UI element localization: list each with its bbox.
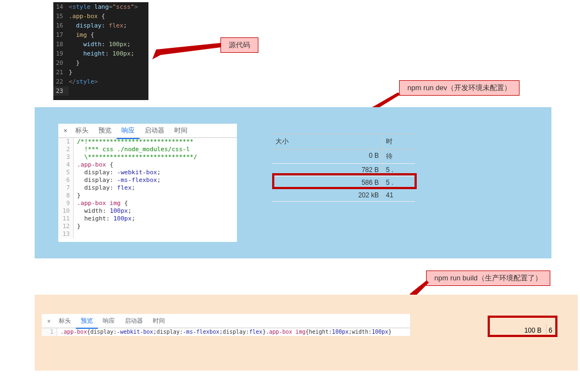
response-code-build[interactable]: 1.app-box{display:-webkit-box;display:-m…: [42, 328, 410, 336]
tab-response[interactable]: 响应: [117, 124, 140, 139]
source-code-editor: 14<style lang="scss">15.app-box {16 disp…: [53, 2, 148, 100]
highlight-box-build: [488, 316, 557, 337]
tab-response[interactable]: 响应: [98, 314, 120, 327]
devtools-build-panel: × 标头 预览 响应 启动器 时间 1.app-box{display:-web…: [42, 314, 410, 336]
col-size[interactable]: 大小: [272, 134, 382, 149]
tab-preview[interactable]: 预览: [76, 314, 98, 329]
col-time[interactable]: 时: [382, 134, 410, 149]
tab-initiator[interactable]: 启动器: [140, 124, 169, 137]
tab-headers[interactable]: 标头: [70, 124, 93, 137]
tab-timing[interactable]: 时间: [148, 314, 170, 327]
tab-timing[interactable]: 时间: [169, 124, 192, 137]
devtools-tabs-build: × 标头 预览 响应 启动器 时间: [42, 314, 410, 328]
close-icon[interactable]: ×: [60, 127, 70, 135]
close-icon[interactable]: ×: [44, 318, 54, 324]
highlight-box-dev: [272, 173, 417, 189]
arrow-to-source: [150, 43, 222, 59]
network-size-table: 大小 时 0 B待782 B5 .586 B5 .202 kB41: [272, 134, 415, 202]
devtools-response-panel: × 标头 预览 响应 启动器 时间 1/*!******************…: [58, 124, 237, 242]
devtools-tabs: × 标头 预览 响应 启动器 时间: [58, 124, 237, 138]
svg-marker-0: [152, 43, 221, 59]
build-panel: × 标头 预览 响应 启动器 时间 1.app-box{display:-web…: [35, 295, 578, 371]
tab-initiator[interactable]: 启动器: [120, 314, 148, 327]
tab-preview[interactable]: 预览: [93, 124, 117, 137]
callout-dev: npm run dev（开发环境未配置）: [399, 80, 520, 96]
callout-source: 源代码: [220, 37, 258, 53]
callout-build: npm run build（生产环境配置了）: [426, 270, 550, 286]
table-row[interactable]: 0 B待: [272, 150, 415, 164]
tab-headers[interactable]: 标头: [54, 314, 76, 327]
table-header: 大小 时: [272, 134, 415, 150]
response-code[interactable]: 1/*!*****************************2 !*** …: [58, 138, 237, 238]
dev-panel: × 标头 预览 响应 启动器 时间 1/*!******************…: [35, 107, 551, 258]
table-row[interactable]: 202 kB41: [272, 189, 415, 202]
